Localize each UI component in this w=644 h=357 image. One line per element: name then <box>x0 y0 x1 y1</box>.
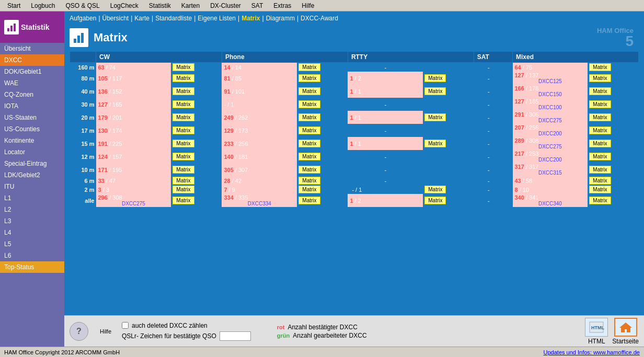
matrix-button[interactable]: Matrix <box>298 113 320 121</box>
html-button[interactable]: HTML HTML <box>585 318 608 345</box>
matrix-button[interactable]: Matrix <box>589 197 611 204</box>
menu-statistik[interactable]: Statistik <box>144 1 176 10</box>
menu-sat[interactable]: SAT <box>246 1 268 10</box>
sidebar-item-l2[interactable]: L2 <box>0 204 64 215</box>
matrix-button[interactable]: Matrix <box>172 153 194 160</box>
matrix-button[interactable]: Matrix <box>172 126 194 134</box>
footer-options: auch deleted DXCC zählen QSLr- Zeichen f… <box>122 322 251 341</box>
dash-cell: - <box>474 137 503 150</box>
sidebar-item-l3[interactable]: L3 <box>0 215 64 227</box>
matrix-btn-cell: Matrix <box>171 137 222 150</box>
matrix-button[interactable]: Matrix <box>298 63 320 71</box>
sidebar-item-dok-gebiet1[interactable]: DOK/Gebiet1 <box>0 66 64 77</box>
matrix-button[interactable]: Matrix <box>424 186 446 193</box>
matrix-button[interactable]: Matrix <box>298 140 320 147</box>
matrix-button[interactable]: Matrix <box>172 74 194 82</box>
menu-qso-qsl[interactable]: QSO & QSL <box>60 1 105 10</box>
website-link[interactable]: Updates und Infos: www.hamoffice.de <box>544 349 640 355</box>
matrix-btn-cell: Matrix <box>423 85 474 98</box>
matrix-button[interactable]: Matrix <box>589 166 611 174</box>
menu-karten[interactable]: Karten <box>176 1 205 10</box>
sidebar-item-iota[interactable]: IOTA <box>0 100 64 112</box>
menu-logcheck[interactable]: LogCheck <box>105 1 144 10</box>
matrix-button[interactable]: Matrix <box>589 63 611 71</box>
matrix-button[interactable]: Matrix <box>424 74 446 82</box>
sidebar-item-l6[interactable]: L6 <box>0 250 64 261</box>
cell-counts: 33 / 47 <box>96 176 171 185</box>
matrix-button[interactable]: Matrix <box>172 197 194 204</box>
matrix-button[interactable]: Matrix <box>172 63 194 71</box>
matrix-button[interactable]: Matrix <box>298 126 320 134</box>
matrix-btn-cell: Matrix <box>588 72 638 85</box>
cell-counts: 130 / 174 <box>96 124 171 137</box>
sidebar-item-l1[interactable]: L1 <box>0 192 64 204</box>
menu-dx-cluster[interactable]: DX-Cluster <box>205 1 246 10</box>
matrix-button[interactable]: Matrix <box>298 186 320 193</box>
matrix-button[interactable]: Matrix <box>589 186 611 193</box>
matrix-button[interactable]: Matrix <box>298 166 320 174</box>
matrix-button[interactable]: Matrix <box>589 126 611 134</box>
cell-counts: 249 / 262 <box>222 111 297 124</box>
subnav-diagramm[interactable]: Diagramm <box>266 15 295 22</box>
matrix-button[interactable]: Matrix <box>172 140 194 147</box>
matrix-button[interactable]: Matrix <box>298 87 320 95</box>
matrix-button[interactable]: Matrix <box>589 153 611 160</box>
menu-hilfe[interactable]: Hilfe <box>296 1 319 10</box>
dash-cell: - <box>348 63 423 72</box>
matrix-button[interactable]: Matrix <box>172 100 194 108</box>
subnav-standardliste[interactable]: Standardliste <box>155 15 192 22</box>
subnav-dxcc-award[interactable]: DXCC-Award <box>301 15 338 22</box>
matrix-button[interactable]: Matrix <box>424 197 446 204</box>
matrix-button[interactable]: Matrix <box>424 140 446 147</box>
sidebar-item-top-status[interactable]: Top-Status <box>0 261 64 273</box>
menu-start[interactable]: Start <box>2 1 26 10</box>
sidebar-item-wae[interactable]: WAE <box>0 77 64 89</box>
matrix-btn-cell: Matrix <box>297 111 348 124</box>
subnav-karte[interactable]: Karte <box>134 15 150 22</box>
sidebar-item-itu[interactable]: ITU <box>0 181 64 192</box>
sidebar-item-l5[interactable]: L5 <box>0 238 64 250</box>
matrix-button[interactable]: Matrix <box>424 113 446 121</box>
matrix-button[interactable]: Matrix <box>172 186 194 193</box>
help-button[interactable]: ? <box>70 322 88 341</box>
matrix-button[interactable]: Matrix <box>172 166 194 174</box>
sidebar-item-cq-zonen[interactable]: CQ-Zonen <box>0 89 64 100</box>
legend-green-row: grün Anzahl gearbeiteter DXCC <box>277 332 367 339</box>
sidebar-item-dxcc[interactable]: DXCC <box>0 54 64 66</box>
matrix-button[interactable]: Matrix <box>589 177 611 185</box>
sidebar-item-kontinente[interactable]: Kontinente <box>0 135 64 146</box>
menu-logbuch[interactable]: Logbuch <box>26 1 60 10</box>
matrix-button[interactable]: Matrix <box>298 177 320 185</box>
matrix-button[interactable]: Matrix <box>298 153 320 160</box>
sidebar-item-ldk-gebiet2[interactable]: LDK/Gebiet2 <box>0 169 64 181</box>
subnav-eigene-listen[interactable]: Eigene Listen <box>198 15 236 22</box>
matrix-button[interactable]: Matrix <box>589 140 611 147</box>
matrix-button[interactable]: Matrix <box>589 74 611 82</box>
qslr-input[interactable] <box>220 331 251 341</box>
matrix-button[interactable]: Matrix <box>589 100 611 108</box>
sidebar-item-l4[interactable]: L4 <box>0 227 64 238</box>
matrix-button[interactable]: Matrix <box>298 197 320 204</box>
sidebar-item-us-staaten[interactable]: US-Staaten <box>0 112 64 123</box>
sidebar-item-special-eintrag[interactable]: Special-Eintrag <box>0 158 64 169</box>
matrix-button[interactable]: Matrix <box>424 87 446 95</box>
matrix-button[interactable]: Matrix <box>298 74 320 82</box>
sidebar-item-ubersicht[interactable]: Übersicht <box>0 43 64 54</box>
matrix-button[interactable]: Matrix <box>172 113 194 121</box>
matrix-container[interactable]: CW Phone RTTY SAT Mixed 160 m63 / 74Matr… <box>64 49 644 315</box>
subnav-matrix[interactable]: Matrix <box>242 15 260 22</box>
deleted-dxcc-checkbox[interactable] <box>122 322 129 329</box>
sidebar-item-locator[interactable]: Locator <box>0 146 64 158</box>
subnav-ubersicht[interactable]: Übersicht <box>102 15 129 22</box>
matrix-button[interactable]: Matrix <box>589 113 611 121</box>
matrix-button[interactable]: Matrix <box>172 177 194 185</box>
sidebar-item-us-counties[interactable]: US-Counties <box>0 123 64 135</box>
cell-counts: - / 1 <box>222 98 297 111</box>
matrix-button[interactable]: Matrix <box>589 87 611 95</box>
startseite-button[interactable]: Startseite <box>612 318 639 345</box>
matrix-button[interactable]: Matrix <box>172 87 194 95</box>
matrix-btn-cell: Matrix <box>171 194 222 207</box>
menu-extras[interactable]: Extras <box>268 1 296 10</box>
subnav-aufgaben[interactable]: Aufgaben <box>70 15 96 22</box>
matrix-button[interactable]: Matrix <box>298 100 320 108</box>
